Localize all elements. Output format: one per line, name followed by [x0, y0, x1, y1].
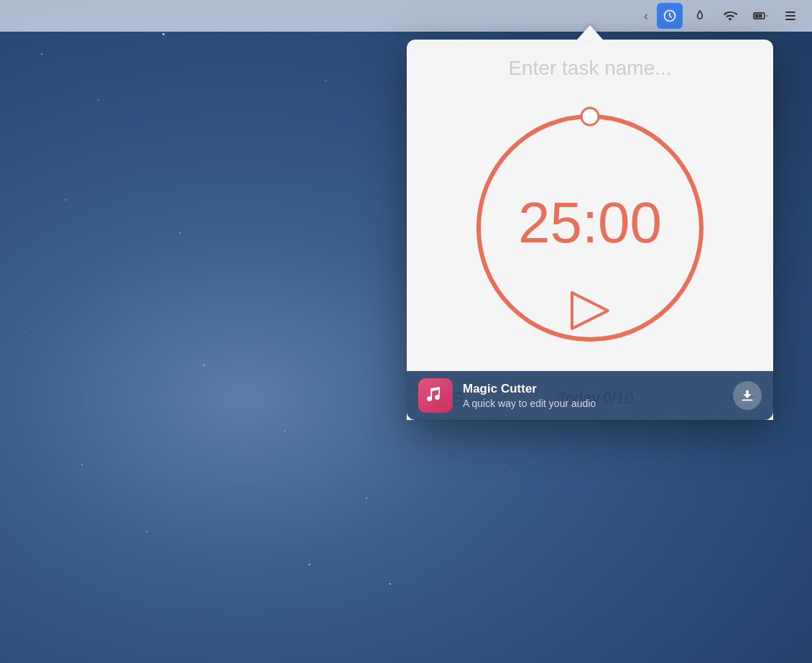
menubar-icons [657, 3, 803, 29]
star [162, 33, 165, 35]
star [244, 132, 244, 133]
star [146, 531, 147, 532]
notification-text: Magic Cutter A quick way to edit your au… [463, 382, 723, 409]
music-note-icon [425, 385, 446, 406]
svg-point-8 [581, 108, 599, 125]
star [227, 597, 228, 598]
wifi-menubar-icon[interactable] [717, 3, 743, 29]
menu-list-menubar-icon[interactable] [778, 3, 803, 29]
star [389, 583, 391, 585]
timer-circle-svg: 25:00 [453, 91, 726, 365]
star [122, 298, 123, 299]
star [81, 464, 83, 465]
battery-menubar-icon[interactable] [747, 3, 773, 29]
star [308, 564, 310, 566]
star [285, 431, 286, 432]
star [41, 53, 42, 55]
timer-menubar-icon[interactable] [657, 3, 683, 29]
star [341, 298, 342, 299]
star [24, 332, 25, 332]
star [504, 464, 505, 465]
timer-display: 25:00 [518, 191, 662, 255]
popup-content: 25:00 [407, 40, 773, 365]
notification-subtitle: A quick way to edit your audio [463, 398, 723, 409]
play-button-icon [572, 293, 608, 329]
timer-popup: 25:00 Toda [407, 40, 773, 420]
star [203, 365, 205, 366]
rocket-menubar-icon[interactable] [687, 3, 713, 29]
svg-rect-17 [742, 400, 753, 401]
star [366, 498, 368, 500]
star [325, 80, 326, 81]
star [471, 610, 471, 611]
star [65, 199, 66, 201]
notification-download-button[interactable] [733, 381, 762, 410]
chevron-left-icon[interactable]: ‹ [638, 9, 654, 24]
notification-title: Magic Cutter [463, 382, 723, 396]
download-icon [739, 388, 755, 403]
star [98, 99, 99, 101]
notification-banner: Magic Cutter A quick way to edit your au… [407, 371, 773, 420]
menubar: ‹ [0, 0, 812, 32]
timer-container: 25:00 [424, 91, 756, 365]
task-name-input[interactable] [424, 57, 756, 80]
star [179, 232, 180, 234]
magic-cutter-app-icon [418, 378, 453, 413]
